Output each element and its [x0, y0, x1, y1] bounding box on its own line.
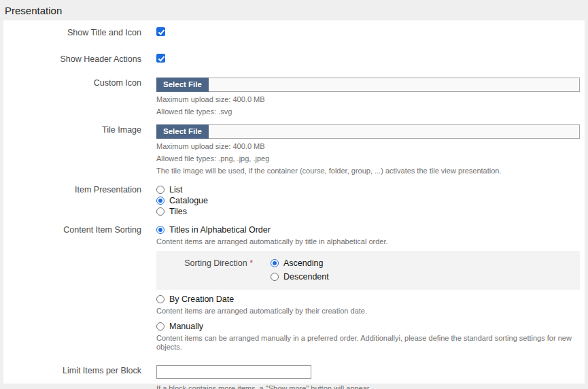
- custom-icon-file-track[interactable]: [209, 78, 580, 92]
- radio-ascending[interactable]: [271, 259, 279, 267]
- sorting-creation-date-byline: Content items are arranged automatically…: [156, 307, 580, 316]
- field-label-content-item-sorting: Content Item Sorting: [3, 224, 156, 352]
- field-content-item-sorting: Content Item Sorting Titles in Alphabeti…: [3, 224, 580, 352]
- custom-icon-select-file-button[interactable]: Select File: [156, 78, 209, 92]
- sorting-direction-option-descendent[interactable]: Descendent: [271, 271, 329, 282]
- show-title-and-icon-checkbox[interactable]: [156, 27, 165, 36]
- field-item-presentation: Item Presentation List Catalogue Tiles: [3, 184, 580, 217]
- field-label-limit-items: Limit Items per Block: [3, 365, 156, 389]
- radio-tiles-label[interactable]: Tiles: [169, 206, 187, 217]
- field-show-header-actions: Show Header Actions: [3, 54, 580, 66]
- radio-catalogue-label[interactable]: Catalogue: [169, 195, 208, 206]
- field-label-tile-image: Tile Image: [3, 124, 156, 175]
- sorting-option-creation-date[interactable]: By Creation Date: [156, 294, 580, 305]
- field-custom-icon: Custom Icon Select File Maximum upload s…: [3, 78, 580, 116]
- item-presentation-option-catalogue[interactable]: Catalogue: [156, 195, 580, 206]
- radio-list[interactable]: [156, 186, 165, 194]
- tile-image-select-file-button[interactable]: Select File: [156, 124, 209, 139]
- limit-items-byline: If a block contains more items, a "Show …: [156, 384, 580, 389]
- form-panel: Show Title and Icon Show Header Actions …: [3, 20, 585, 384]
- radio-alphabetical-label[interactable]: Titles in Alphabetical Order: [169, 224, 271, 235]
- tile-image-info-byline: The tile image will be used, if the cont…: [156, 167, 580, 175]
- field-label-item-presentation: Item Presentation: [3, 184, 156, 217]
- radio-alphabetical[interactable]: [156, 226, 165, 234]
- radio-manually[interactable]: [156, 322, 165, 331]
- sorting-option-manually[interactable]: Manually: [156, 321, 580, 332]
- item-presentation-option-tiles[interactable]: Tiles: [156, 206, 580, 217]
- radio-creation-date[interactable]: [156, 295, 165, 303]
- sorting-option-alphabetical[interactable]: Titles in Alphabetical Order: [156, 224, 580, 235]
- field-label-show-title-and-icon: Show Title and Icon: [3, 27, 156, 39]
- custom-icon-max-upload-byline: Maximum upload size: 400.0 MB: [156, 95, 580, 104]
- tile-image-filetypes-byline: Allowed file types: .png, .jpg, .jpeg: [156, 154, 580, 163]
- required-asterisk: *: [249, 258, 253, 268]
- page-title: Presentation: [0, 0, 588, 20]
- radio-manually-label[interactable]: Manually: [169, 321, 203, 332]
- sorting-direction-label: Sorting Direction *: [156, 258, 271, 282]
- field-label-show-header-actions: Show Header Actions: [3, 54, 156, 66]
- limit-items-input[interactable]: [156, 365, 311, 379]
- field-tile-image: Tile Image Select File Maximum upload si…: [3, 124, 580, 175]
- show-header-actions-checkbox[interactable]: [156, 54, 165, 63]
- sorting-direction-option-ascending[interactable]: Ascending: [271, 258, 329, 269]
- tile-image-file-track[interactable]: [209, 124, 580, 139]
- tile-image-max-upload-byline: Maximum upload size: 400.0 MB: [156, 142, 580, 151]
- custom-icon-file-input: Select File: [156, 78, 580, 92]
- radio-descendent-label[interactable]: Descendent: [283, 271, 329, 282]
- radio-descendent[interactable]: [271, 273, 279, 281]
- radio-creation-date-label[interactable]: By Creation Date: [169, 294, 234, 305]
- sorting-direction-subpanel: Sorting Direction * Ascending Descendent: [156, 251, 580, 290]
- sorting-direction-label-text: Sorting Direction: [184, 258, 247, 268]
- radio-catalogue[interactable]: [156, 197, 165, 205]
- custom-icon-filetypes-byline: Allowed file types: .svg: [156, 107, 580, 116]
- field-show-title-and-icon: Show Title and Icon: [3, 27, 580, 39]
- tile-image-file-input: Select File: [156, 124, 580, 139]
- item-presentation-option-list[interactable]: List: [156, 184, 580, 195]
- radio-ascending-label[interactable]: Ascending: [283, 258, 323, 269]
- sorting-manually-byline: Content items can be arranged manually i…: [156, 334, 580, 352]
- radio-tiles[interactable]: [156, 207, 165, 216]
- radio-list-label[interactable]: List: [169, 184, 182, 195]
- field-label-custom-icon: Custom Icon: [3, 78, 156, 116]
- field-limit-items-per-block: Limit Items per Block If a block contain…: [3, 365, 580, 389]
- sorting-alphabetical-byline: Content items are arranged automatically…: [156, 237, 580, 246]
